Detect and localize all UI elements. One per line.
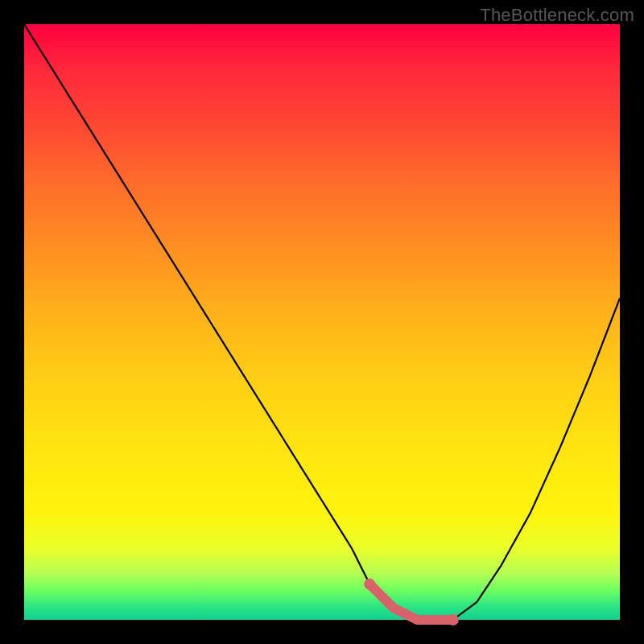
watermark-text: TheBottleneck.com [480, 5, 634, 26]
highlight-segment [369, 584, 453, 620]
curve-svg [24, 24, 620, 620]
plot-area [24, 24, 620, 620]
chart-frame: TheBottleneck.com [0, 0, 644, 644]
highlight-end-dot [448, 614, 459, 625]
highlight-start-dot [364, 579, 375, 590]
bottleneck-curve [24, 24, 620, 620]
